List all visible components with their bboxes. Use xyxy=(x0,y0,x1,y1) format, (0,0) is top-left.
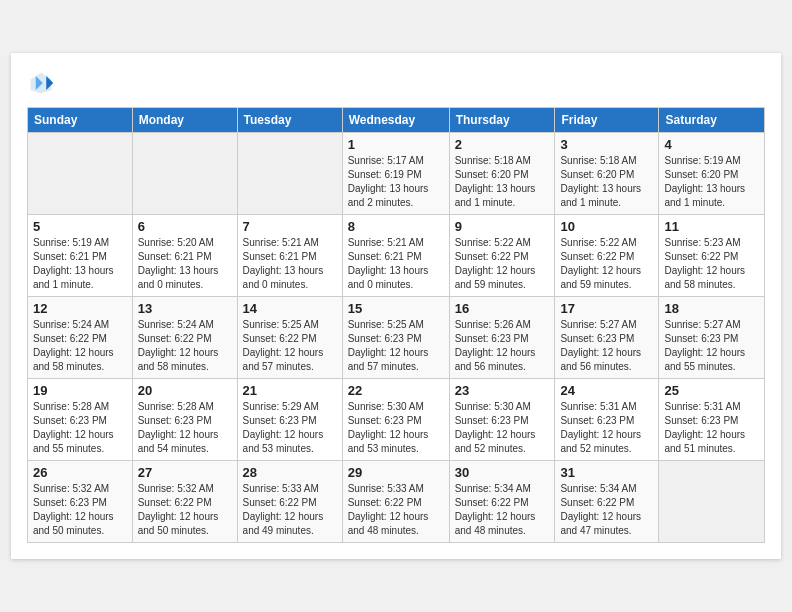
day-cell: 6Sunrise: 5:20 AM Sunset: 6:21 PM Daylig… xyxy=(132,215,237,297)
day-info: Sunrise: 5:32 AM Sunset: 6:23 PM Dayligh… xyxy=(33,482,127,538)
day-number: 6 xyxy=(138,219,232,234)
calendar-container: SundayMondayTuesdayWednesdayThursdayFrid… xyxy=(11,53,781,559)
day-cell: 15Sunrise: 5:25 AM Sunset: 6:23 PM Dayli… xyxy=(342,297,449,379)
day-info: Sunrise: 5:27 AM Sunset: 6:23 PM Dayligh… xyxy=(664,318,759,374)
day-number: 25 xyxy=(664,383,759,398)
day-info: Sunrise: 5:24 AM Sunset: 6:22 PM Dayligh… xyxy=(33,318,127,374)
day-info: Sunrise: 5:19 AM Sunset: 6:20 PM Dayligh… xyxy=(664,154,759,210)
day-cell: 1Sunrise: 5:17 AM Sunset: 6:19 PM Daylig… xyxy=(342,133,449,215)
weekday-header-row: SundayMondayTuesdayWednesdayThursdayFrid… xyxy=(28,108,765,133)
day-cell: 20Sunrise: 5:28 AM Sunset: 6:23 PM Dayli… xyxy=(132,379,237,461)
day-number: 16 xyxy=(455,301,550,316)
day-cell: 26Sunrise: 5:32 AM Sunset: 6:23 PM Dayli… xyxy=(28,461,133,543)
day-info: Sunrise: 5:24 AM Sunset: 6:22 PM Dayligh… xyxy=(138,318,232,374)
day-number: 19 xyxy=(33,383,127,398)
week-row-3: 12Sunrise: 5:24 AM Sunset: 6:22 PM Dayli… xyxy=(28,297,765,379)
day-number: 28 xyxy=(243,465,337,480)
day-number: 31 xyxy=(560,465,653,480)
day-info: Sunrise: 5:31 AM Sunset: 6:23 PM Dayligh… xyxy=(560,400,653,456)
day-number: 12 xyxy=(33,301,127,316)
day-cell: 12Sunrise: 5:24 AM Sunset: 6:22 PM Dayli… xyxy=(28,297,133,379)
day-info: Sunrise: 5:25 AM Sunset: 6:23 PM Dayligh… xyxy=(348,318,444,374)
day-number: 1 xyxy=(348,137,444,152)
day-info: Sunrise: 5:30 AM Sunset: 6:23 PM Dayligh… xyxy=(455,400,550,456)
day-cell xyxy=(132,133,237,215)
day-cell: 24Sunrise: 5:31 AM Sunset: 6:23 PM Dayli… xyxy=(555,379,659,461)
logo-icon xyxy=(27,69,55,97)
day-cell: 23Sunrise: 5:30 AM Sunset: 6:23 PM Dayli… xyxy=(449,379,555,461)
day-info: Sunrise: 5:22 AM Sunset: 6:22 PM Dayligh… xyxy=(455,236,550,292)
day-info: Sunrise: 5:33 AM Sunset: 6:22 PM Dayligh… xyxy=(348,482,444,538)
day-number: 14 xyxy=(243,301,337,316)
week-row-1: 1Sunrise: 5:17 AM Sunset: 6:19 PM Daylig… xyxy=(28,133,765,215)
day-number: 26 xyxy=(33,465,127,480)
day-number: 10 xyxy=(560,219,653,234)
weekday-header-saturday: Saturday xyxy=(659,108,765,133)
day-cell: 18Sunrise: 5:27 AM Sunset: 6:23 PM Dayli… xyxy=(659,297,765,379)
calendar-grid: SundayMondayTuesdayWednesdayThursdayFrid… xyxy=(27,107,765,543)
day-info: Sunrise: 5:28 AM Sunset: 6:23 PM Dayligh… xyxy=(33,400,127,456)
day-info: Sunrise: 5:22 AM Sunset: 6:22 PM Dayligh… xyxy=(560,236,653,292)
day-cell: 21Sunrise: 5:29 AM Sunset: 6:23 PM Dayli… xyxy=(237,379,342,461)
day-info: Sunrise: 5:32 AM Sunset: 6:22 PM Dayligh… xyxy=(138,482,232,538)
day-cell: 8Sunrise: 5:21 AM Sunset: 6:21 PM Daylig… xyxy=(342,215,449,297)
day-info: Sunrise: 5:19 AM Sunset: 6:21 PM Dayligh… xyxy=(33,236,127,292)
weekday-header-sunday: Sunday xyxy=(28,108,133,133)
day-cell: 7Sunrise: 5:21 AM Sunset: 6:21 PM Daylig… xyxy=(237,215,342,297)
day-info: Sunrise: 5:21 AM Sunset: 6:21 PM Dayligh… xyxy=(243,236,337,292)
day-info: Sunrise: 5:25 AM Sunset: 6:22 PM Dayligh… xyxy=(243,318,337,374)
day-number: 20 xyxy=(138,383,232,398)
day-info: Sunrise: 5:18 AM Sunset: 6:20 PM Dayligh… xyxy=(455,154,550,210)
day-cell: 16Sunrise: 5:26 AM Sunset: 6:23 PM Dayli… xyxy=(449,297,555,379)
day-number: 5 xyxy=(33,219,127,234)
week-row-4: 19Sunrise: 5:28 AM Sunset: 6:23 PM Dayli… xyxy=(28,379,765,461)
day-cell: 5Sunrise: 5:19 AM Sunset: 6:21 PM Daylig… xyxy=(28,215,133,297)
day-number: 8 xyxy=(348,219,444,234)
day-number: 15 xyxy=(348,301,444,316)
day-number: 2 xyxy=(455,137,550,152)
day-cell: 2Sunrise: 5:18 AM Sunset: 6:20 PM Daylig… xyxy=(449,133,555,215)
day-number: 23 xyxy=(455,383,550,398)
day-info: Sunrise: 5:20 AM Sunset: 6:21 PM Dayligh… xyxy=(138,236,232,292)
day-number: 18 xyxy=(664,301,759,316)
day-number: 22 xyxy=(348,383,444,398)
weekday-header-monday: Monday xyxy=(132,108,237,133)
day-cell: 22Sunrise: 5:30 AM Sunset: 6:23 PM Dayli… xyxy=(342,379,449,461)
day-cell: 13Sunrise: 5:24 AM Sunset: 6:22 PM Dayli… xyxy=(132,297,237,379)
day-cell xyxy=(659,461,765,543)
day-cell: 3Sunrise: 5:18 AM Sunset: 6:20 PM Daylig… xyxy=(555,133,659,215)
day-info: Sunrise: 5:23 AM Sunset: 6:22 PM Dayligh… xyxy=(664,236,759,292)
day-cell: 29Sunrise: 5:33 AM Sunset: 6:22 PM Dayli… xyxy=(342,461,449,543)
header-row xyxy=(27,69,765,97)
day-info: Sunrise: 5:18 AM Sunset: 6:20 PM Dayligh… xyxy=(560,154,653,210)
day-number: 24 xyxy=(560,383,653,398)
day-number: 27 xyxy=(138,465,232,480)
day-cell: 27Sunrise: 5:32 AM Sunset: 6:22 PM Dayli… xyxy=(132,461,237,543)
day-info: Sunrise: 5:33 AM Sunset: 6:22 PM Dayligh… xyxy=(243,482,337,538)
weekday-header-friday: Friday xyxy=(555,108,659,133)
day-number: 29 xyxy=(348,465,444,480)
day-cell: 14Sunrise: 5:25 AM Sunset: 6:22 PM Dayli… xyxy=(237,297,342,379)
day-info: Sunrise: 5:34 AM Sunset: 6:22 PM Dayligh… xyxy=(560,482,653,538)
day-cell: 19Sunrise: 5:28 AM Sunset: 6:23 PM Dayli… xyxy=(28,379,133,461)
day-cell: 31Sunrise: 5:34 AM Sunset: 6:22 PM Dayli… xyxy=(555,461,659,543)
day-info: Sunrise: 5:29 AM Sunset: 6:23 PM Dayligh… xyxy=(243,400,337,456)
day-cell: 9Sunrise: 5:22 AM Sunset: 6:22 PM Daylig… xyxy=(449,215,555,297)
day-info: Sunrise: 5:27 AM Sunset: 6:23 PM Dayligh… xyxy=(560,318,653,374)
day-number: 17 xyxy=(560,301,653,316)
day-number: 11 xyxy=(664,219,759,234)
day-number: 13 xyxy=(138,301,232,316)
day-number: 9 xyxy=(455,219,550,234)
day-cell xyxy=(28,133,133,215)
day-cell xyxy=(237,133,342,215)
week-row-5: 26Sunrise: 5:32 AM Sunset: 6:23 PM Dayli… xyxy=(28,461,765,543)
logo xyxy=(27,69,59,97)
day-number: 4 xyxy=(664,137,759,152)
day-info: Sunrise: 5:21 AM Sunset: 6:21 PM Dayligh… xyxy=(348,236,444,292)
day-info: Sunrise: 5:30 AM Sunset: 6:23 PM Dayligh… xyxy=(348,400,444,456)
day-cell: 25Sunrise: 5:31 AM Sunset: 6:23 PM Dayli… xyxy=(659,379,765,461)
day-cell: 11Sunrise: 5:23 AM Sunset: 6:22 PM Dayli… xyxy=(659,215,765,297)
week-row-2: 5Sunrise: 5:19 AM Sunset: 6:21 PM Daylig… xyxy=(28,215,765,297)
day-info: Sunrise: 5:28 AM Sunset: 6:23 PM Dayligh… xyxy=(138,400,232,456)
day-number: 30 xyxy=(455,465,550,480)
